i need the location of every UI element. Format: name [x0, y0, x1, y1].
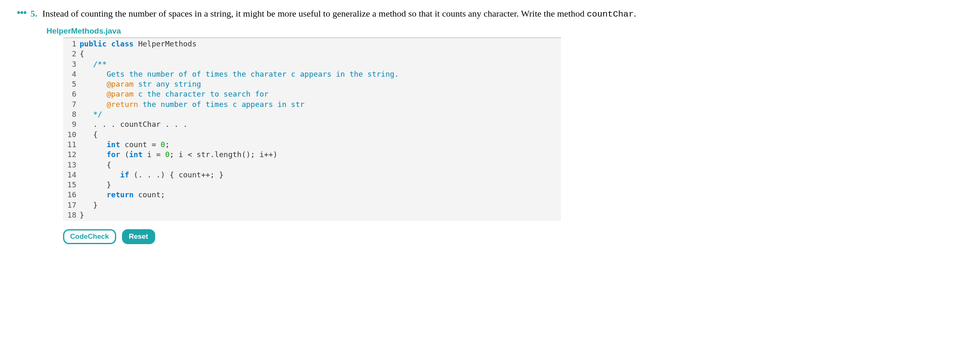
- question-number: 5.: [30, 8, 37, 19]
- question-text-after: .: [634, 8, 636, 19]
- code-line[interactable]: 11 int count = 0;: [63, 140, 561, 150]
- button-row: CodeCheck Reset: [63, 229, 963, 244]
- line-number: 7: [63, 99, 80, 109]
- code-content[interactable]: {: [80, 49, 561, 59]
- code-content[interactable]: }: [80, 180, 561, 190]
- codecheck-button[interactable]: CodeCheck: [63, 229, 116, 244]
- line-number: 16: [63, 190, 80, 200]
- code-line[interactable]: 15 }: [63, 180, 561, 190]
- code-line[interactable]: 17 }: [63, 200, 561, 210]
- code-line[interactable]: 6 @param c the character to search for: [63, 89, 561, 99]
- code-line[interactable]: 10 {: [63, 130, 561, 140]
- line-number: 11: [63, 140, 80, 150]
- line-number: 1: [63, 39, 80, 49]
- code-line[interactable]: 18}: [63, 210, 561, 220]
- code-line[interactable]: 5 @param str any string: [63, 79, 561, 89]
- code-content[interactable]: if (. . .) { count++; }: [80, 170, 561, 180]
- code-line[interactable]: 4 Gets the number of of times the charat…: [63, 69, 561, 79]
- code-content[interactable]: int count = 0;: [80, 140, 561, 150]
- line-number: 3: [63, 59, 80, 69]
- code-content[interactable]: {: [80, 160, 561, 170]
- code-line[interactable]: 8 */: [63, 109, 561, 119]
- question-text: Instead of counting the number of spaces…: [42, 8, 636, 19]
- line-number: 17: [63, 200, 80, 210]
- line-number: 6: [63, 89, 80, 99]
- code-content[interactable]: }: [80, 200, 561, 210]
- code-content[interactable]: Gets the number of of times the charater…: [80, 69, 561, 79]
- code-line[interactable]: 1public class HelperMethods: [63, 39, 561, 49]
- line-number: 4: [63, 69, 80, 79]
- code-content[interactable]: @param c the character to search for: [80, 89, 561, 99]
- code-content[interactable]: . . . countChar . . .: [80, 119, 561, 129]
- code-line[interactable]: 2{: [63, 49, 561, 59]
- line-number: 18: [63, 210, 80, 220]
- code-line[interactable]: 13 {: [63, 160, 561, 170]
- filename-label: HelperMethods.java: [46, 27, 963, 36]
- code-content[interactable]: */: [80, 109, 561, 119]
- line-number: 8: [63, 109, 80, 119]
- code-content[interactable]: public class HelperMethods: [80, 39, 561, 49]
- code-line[interactable]: 9 . . . countChar . . .: [63, 119, 561, 129]
- question-row: ••• 5. Instead of counting the number of…: [17, 8, 963, 19]
- code-line[interactable]: 7 @return the number of times c appears …: [63, 99, 561, 109]
- line-number: 10: [63, 130, 80, 140]
- code-content[interactable]: return count;: [80, 190, 561, 200]
- question-code-word: countChar: [587, 10, 634, 19]
- line-number: 5: [63, 79, 80, 89]
- line-number: 2: [63, 49, 80, 59]
- code-line[interactable]: 12 for (int i = 0; i < str.length(); i++…: [63, 150, 561, 160]
- code-content[interactable]: {: [80, 130, 561, 140]
- code-editor[interactable]: 1public class HelperMethods2{3 /**4 Gets…: [63, 37, 561, 221]
- code-content[interactable]: for (int i = 0; i < str.length(); i++): [80, 150, 561, 160]
- code-line[interactable]: 16 return count;: [63, 190, 561, 200]
- code-content[interactable]: /**: [80, 59, 561, 69]
- code-content[interactable]: @param str any string: [80, 79, 561, 89]
- difficulty-dots: •••: [17, 10, 26, 16]
- code-content[interactable]: }: [80, 210, 561, 220]
- question-text-before: Instead of counting the number of spaces…: [42, 8, 587, 19]
- code-line[interactable]: 3 /**: [63, 59, 561, 69]
- line-number: 9: [63, 119, 80, 129]
- line-number: 12: [63, 150, 80, 160]
- code-content[interactable]: @return the number of times c appears in…: [80, 99, 561, 109]
- line-number: 13: [63, 160, 80, 170]
- code-line[interactable]: 14 if (. . .) { count++; }: [63, 170, 561, 180]
- line-number: 15: [63, 180, 80, 190]
- line-number: 14: [63, 170, 80, 180]
- reset-button[interactable]: Reset: [122, 229, 155, 244]
